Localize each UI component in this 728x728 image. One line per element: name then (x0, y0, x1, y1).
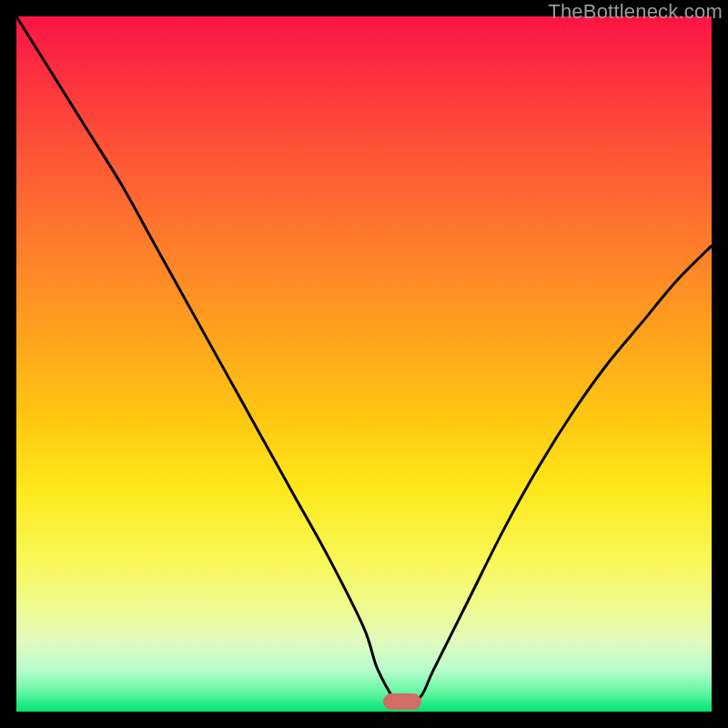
watermark-label: TheBottleneck.com (548, 0, 723, 24)
bottleneck-curve (16, 16, 712, 712)
chart-frame: TheBottleneck.com (0, 0, 728, 728)
minimum-marker (383, 693, 421, 710)
plot-area (16, 16, 712, 712)
